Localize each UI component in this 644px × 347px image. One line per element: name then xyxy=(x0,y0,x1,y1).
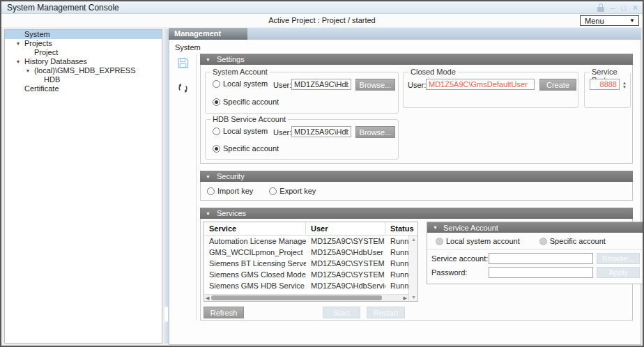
service-account-title: Service Account xyxy=(443,224,498,232)
import-key-label: Import key xyxy=(217,187,253,195)
services-section-title: Services xyxy=(217,209,246,217)
hdb-account-local-radio[interactable] xyxy=(213,128,220,135)
table-cell-status: Running xyxy=(385,236,408,247)
sa-browse-button[interactable]: Browse... xyxy=(597,253,640,264)
expand-arrow-icon[interactable]: ▼ xyxy=(12,57,24,66)
table-horizontal-scrollbar[interactable]: ◀ ▶ xyxy=(204,294,408,301)
save-icon[interactable] xyxy=(177,57,189,69)
table-row[interactable]: Siemens GMS Closed Mode ServiceMD1Z5A9C\… xyxy=(204,269,408,280)
menu-button-label: Menu xyxy=(581,17,629,25)
tab-management[interactable]: Management xyxy=(169,28,247,40)
tree-item-label: History Databases xyxy=(24,57,87,66)
system-account-specific-label: Specific account xyxy=(223,98,279,106)
closed-mode-group-title: Closed Mode xyxy=(408,68,458,76)
sa-local-system-radio[interactable] xyxy=(436,238,443,245)
table-cell-status: Running xyxy=(385,258,408,269)
collapse-arrow-icon: ▼ xyxy=(433,225,438,230)
settings-section-header[interactable]: ▼ Settings xyxy=(200,54,633,65)
tree-item-local-gms-hdb-express[interactable]: ▼(local)\GMS_HDB_EXPRESS xyxy=(5,66,162,75)
minimize-icon[interactable]: – xyxy=(611,2,615,13)
scroll-down-icon[interactable]: ▼ xyxy=(409,295,418,300)
closed-mode-group: Closed Mode User: Create xyxy=(403,72,578,108)
tree-item-projects[interactable]: ▼Projects xyxy=(5,39,162,48)
sa-password-label: Password: xyxy=(431,268,489,277)
column-header-status[interactable]: Status xyxy=(385,222,417,235)
scroll-up-icon[interactable]: ▲ xyxy=(409,237,418,242)
system-account-browse-button[interactable]: Browse... xyxy=(355,79,395,91)
hdb-account-specific-radio[interactable] xyxy=(213,145,220,153)
hdb-service-account-group: HDB Service Account Local system account… xyxy=(205,119,399,160)
tab-strip: Management xyxy=(169,28,641,40)
system-account-group: System Account Local system account User… xyxy=(205,72,399,114)
system-account-group-title: System Account xyxy=(210,68,270,76)
security-section: ▼ Security Import key Export key xyxy=(200,171,633,201)
system-account-user-input[interactable] xyxy=(291,79,351,90)
chevron-down-icon: ▼ xyxy=(629,17,638,24)
table-cell-service: Automation License Manager Service xyxy=(204,236,306,247)
restart-button[interactable]: Restart xyxy=(367,307,405,318)
system-account-specific-radio[interactable] xyxy=(213,98,220,106)
table-row[interactable]: GMS_WCCILpmon_ProjectMD1Z5A9C\HdbUserRun… xyxy=(204,247,408,258)
table-row[interactable]: Siemens GMS HDB ServiceMD1Z5A9C\HdbServi… xyxy=(204,280,408,291)
sa-service-account-input[interactable] xyxy=(489,253,593,264)
service-port-input[interactable] xyxy=(590,79,620,90)
scroll-right-icon[interactable]: ▶ xyxy=(404,295,407,301)
table-cell-user: MD1Z5A9C\SYSTEM xyxy=(306,258,385,269)
expand-arrow-icon[interactable]: ▼ xyxy=(22,66,34,75)
panel-splitter[interactable] xyxy=(164,29,169,344)
settings-section: ▼ Settings System Account Local system a… xyxy=(200,54,633,164)
menu-bar: Active Project : Project / started Menu … xyxy=(1,14,643,27)
refresh-icon[interactable] xyxy=(177,82,189,94)
table-row[interactable]: Automation License Manager ServiceMD1Z5A… xyxy=(204,236,408,247)
column-header-service[interactable]: Service xyxy=(204,222,306,235)
scroll-left-icon[interactable]: ◀ xyxy=(206,295,209,301)
system-account-local-radio[interactable] xyxy=(213,80,220,88)
collapse-arrow-icon: ▼ xyxy=(206,174,210,179)
sa-local-system-label: Local system account xyxy=(446,237,520,245)
hscroll-thumb[interactable] xyxy=(211,295,382,300)
table-cell-status: Running xyxy=(385,269,408,280)
services-section-header[interactable]: ▼ Services xyxy=(200,208,633,219)
start-button[interactable]: Start xyxy=(323,307,360,318)
splitter-grip-icon[interactable] xyxy=(164,307,168,322)
closed-mode-create-button[interactable]: Create xyxy=(539,79,576,91)
refresh-button[interactable]: Refresh xyxy=(204,307,244,318)
tree-item-history-databases[interactable]: ▼History Databases xyxy=(5,57,162,66)
expand-arrow-icon[interactable]: ▼ xyxy=(12,39,24,48)
table-vertical-scrollbar[interactable]: ▲ ▼ xyxy=(408,236,417,301)
sa-password-input[interactable] xyxy=(489,267,593,278)
tree-item-label: Projects xyxy=(24,39,52,48)
tree-item-hdb[interactable]: HDB xyxy=(5,75,162,84)
sa-service-account-label: Service account: xyxy=(431,254,489,263)
sa-specific-radio[interactable] xyxy=(539,238,547,245)
tree-item-project[interactable]: Project xyxy=(5,48,162,57)
sa-specific-label: Specific account xyxy=(550,237,606,245)
closed-mode-user-input[interactable] xyxy=(426,79,535,90)
close-icon[interactable]: ✕ xyxy=(632,2,638,13)
service-account-header[interactable]: ▼ Service Account xyxy=(427,222,644,233)
security-section-header[interactable]: ▼ Security xyxy=(200,171,633,182)
sa-apply-button[interactable]: Apply xyxy=(597,267,640,278)
table-row[interactable]: Siemens BT Licensing ServerMD1Z5A9C\SYST… xyxy=(204,258,408,269)
menu-button[interactable]: Menu ▼ xyxy=(580,15,639,26)
collapse-arrow-icon: ▼ xyxy=(206,211,210,216)
table-cell-service: Siemens GMS HDB Service xyxy=(204,280,306,291)
service-port-spin-down-icon[interactable]: ▼ xyxy=(622,85,627,89)
table-cell-user: MD1Z5A9C\HdbUser xyxy=(306,247,385,258)
tree-item-label: System xyxy=(24,30,50,39)
navigation-tree: System▼ProjectsProject▼History Databases… xyxy=(4,29,162,344)
maximize-icon[interactable]: □ xyxy=(621,2,626,13)
active-project-status: Active Project : Project / started xyxy=(1,16,643,24)
table-cell-user: MD1Z5A9C\HdbServiceUse xyxy=(306,280,385,291)
hdb-account-user-input[interactable] xyxy=(291,126,351,137)
security-section-title: Security xyxy=(217,172,245,180)
table-cell-service: Siemens BT Licensing Server xyxy=(204,258,306,269)
hdb-account-browse-button[interactable]: Browse... xyxy=(355,126,395,138)
import-key-radio[interactable] xyxy=(207,187,215,195)
column-header-user[interactable]: User xyxy=(306,222,385,235)
hdb-account-user-label: User: xyxy=(273,128,291,137)
services-section: ▼ Services Service User Status xyxy=(200,208,633,321)
tree-item-system[interactable]: System xyxy=(5,30,162,39)
export-key-radio[interactable] xyxy=(269,187,277,195)
tree-item-certificate[interactable]: Certificate xyxy=(5,84,162,93)
